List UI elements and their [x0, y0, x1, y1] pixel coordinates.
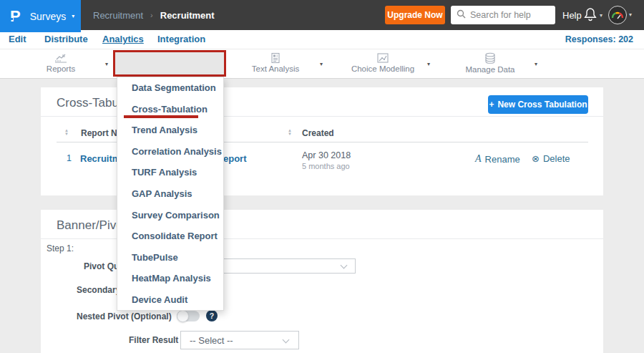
- questionpro-logo-icon: P: [10, 9, 21, 24]
- chevron-down-icon: [283, 337, 290, 344]
- report-name-link-end[interactable]: eport: [223, 153, 247, 164]
- menu-item-correlation-analysis[interactable]: Correlation Analysis: [117, 141, 223, 163]
- nested-pivot-label: Nested Pivot (Optional): [77, 311, 172, 321]
- filter-result-select[interactable]: -- Select --: [180, 331, 299, 349]
- toolbar-text-analysis[interactable]: Text Analysis ▾: [222, 49, 329, 79]
- menu-item-data-segmentation[interactable]: Data Segmentation: [117, 77, 223, 99]
- cross-tabulation-annotation-underline: [124, 115, 198, 118]
- menu-item-tubepulse[interactable]: TubePulse: [117, 246, 223, 268]
- upgrade-now-button[interactable]: Upgrade Now: [385, 6, 445, 24]
- menu-item-heatmap-analysis[interactable]: HeatMap Analysis: [117, 268, 223, 289]
- subnav-item-integration[interactable]: Integration: [157, 34, 205, 44]
- help-search-box[interactable]: [451, 6, 555, 24]
- sort-report-name-icon[interactable]: ▲▼: [64, 129, 69, 136]
- chevron-down-icon: [341, 262, 348, 269]
- breadcrumb-current: Recruitment: [160, 10, 215, 21]
- toolbar-manage-data[interactable]: Manage Data ▾: [436, 49, 544, 79]
- subnav-item-analytics[interactable]: Analytics: [102, 34, 144, 44]
- toolbar-text-analysis-label: Text Analysis: [252, 64, 299, 73]
- survey-subnav: Edit Distribute Analytics Integration Re…: [0, 30, 644, 49]
- help-search-input[interactable]: [470, 10, 549, 20]
- document-icon: [270, 52, 281, 64]
- breadcrumb-separator-icon: ›: [150, 11, 153, 19]
- subnav-item-edit[interactable]: Edit: [9, 34, 26, 44]
- menu-item-consolidate-report[interactable]: Consolidate Report: [117, 226, 223, 247]
- app-screen: Recruitment › Recruitment Upgrade Now He…: [0, 0, 644, 353]
- rename-icon: A: [475, 153, 482, 165]
- secondary-pivot-label: Secondary: [77, 285, 120, 295]
- menu-item-turf-analysis[interactable]: TURF Analysis: [117, 162, 223, 183]
- responses-count[interactable]: Responses: 202: [565, 34, 633, 44]
- created-column-header[interactable]: Created: [302, 128, 334, 138]
- row-index: 1: [67, 153, 72, 163]
- filter-result-label: Filter Result: [129, 335, 178, 345]
- bell-caret-icon: ▾: [600, 13, 602, 19]
- chart-frame-icon: [376, 52, 389, 64]
- sort-created-icon[interactable]: ▲▼: [288, 129, 292, 136]
- banner-pivot-title: Banner/Pivo: [57, 218, 123, 233]
- toggle-knob: [177, 310, 189, 322]
- delete-icon: ⊗: [532, 153, 540, 164]
- text-analysis-caret-icon[interactable]: ▾: [320, 62, 323, 67]
- report-name-link-start[interactable]: Recruitm: [80, 153, 120, 164]
- account-control[interactable]: ▾: [608, 6, 632, 24]
- database-icon: [484, 52, 497, 64]
- reports-caret-icon[interactable]: ▾: [105, 62, 108, 67]
- plus-icon: +: [489, 100, 494, 110]
- created-date: Apr 30 2018: [302, 150, 351, 160]
- breadcrumb: Recruitment › Recruitment: [93, 0, 215, 30]
- filter-result-value: -- Select --: [190, 335, 233, 346]
- menu-item-trend-analysis[interactable]: Trend Analysis: [117, 120, 223, 141]
- line-chart-icon: [54, 52, 68, 64]
- toolbar-reports-label: Reports: [47, 64, 75, 73]
- menu-item-survey-comparison[interactable]: Survey Comparison: [117, 204, 223, 226]
- menu-item-device-audit[interactable]: Device Audit: [117, 289, 223, 310]
- product-label: Surveys: [30, 11, 67, 22]
- toolbar-choice-modelling[interactable]: Choice Modelling ▾: [329, 49, 436, 79]
- avatar-caret-icon: ▾: [629, 12, 632, 18]
- new-cross-tabulation-button[interactable]: + New Cross Tabulation: [488, 95, 588, 114]
- report-name-column-header[interactable]: Report Na: [81, 128, 122, 138]
- breadcrumb-parent[interactable]: Recruitment: [93, 10, 143, 21]
- choice-modelling-caret-icon[interactable]: ▾: [427, 62, 430, 67]
- rename-button[interactable]: A Rename: [475, 153, 520, 165]
- help-question-icon[interactable]: ?: [206, 310, 218, 321]
- surveys-caret-icon: ▾: [72, 14, 74, 19]
- help-link[interactable]: Help: [562, 10, 582, 21]
- toolbar-reports[interactable]: Reports ▾: [7, 49, 114, 79]
- toolbar-choice-modelling-label: Choice Modelling: [351, 64, 414, 73]
- toolbar-manage-data-label: Manage Data: [465, 65, 514, 74]
- avatar: [608, 6, 627, 24]
- manage-data-caret-icon[interactable]: ▾: [535, 62, 537, 67]
- analysis-annotation-box: [113, 50, 226, 77]
- menu-item-gap-analysis[interactable]: GAP Analysis: [117, 183, 223, 205]
- nested-pivot-toggle[interactable]: [177, 311, 200, 321]
- surveys-menu[interactable]: P Surveys ▾: [0, 0, 81, 32]
- notifications-control[interactable]: ▾: [584, 7, 602, 24]
- created-ago: 5 months ago: [302, 162, 350, 170]
- subnav-item-distribute[interactable]: Distribute: [44, 34, 88, 44]
- analysis-dropdown-menu: Data Segmentation Cross-Tabulation Trend…: [117, 77, 224, 311]
- search-icon: [457, 9, 466, 21]
- top-navbar: Recruitment › Recruitment Upgrade Now He…: [0, 0, 644, 30]
- step-label: Step 1:: [47, 243, 74, 253]
- analytics-toolbar: Reports ▾ Analysis ▾ Text Analysis ▾: [0, 49, 644, 79]
- bell-icon: [584, 7, 597, 24]
- delete-button[interactable]: ⊗ Delete: [532, 153, 570, 164]
